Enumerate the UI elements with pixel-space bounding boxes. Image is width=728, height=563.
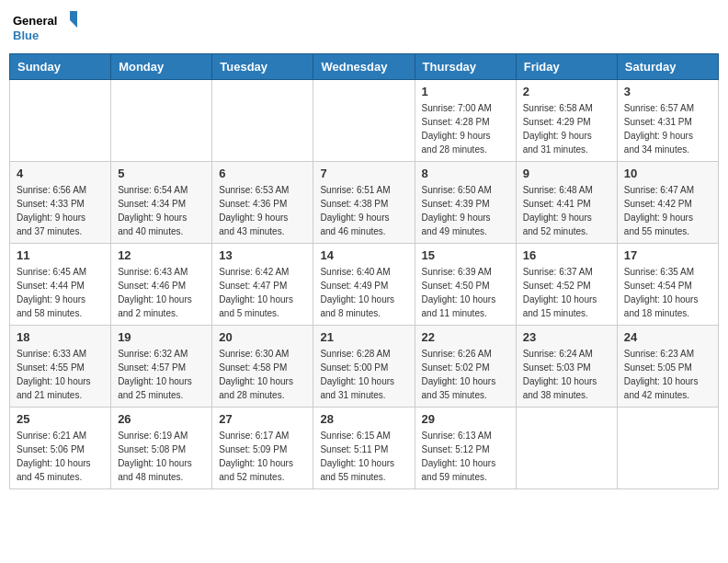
day-number: 27 (219, 412, 306, 426)
weekday-header-thursday: Thursday (415, 54, 516, 80)
calendar-week-1: 1Sunrise: 7:00 AM Sunset: 4:28 PM Daylig… (10, 80, 719, 162)
day-number: 11 (17, 248, 104, 262)
calendar-cell: 22Sunrise: 6:26 AM Sunset: 5:02 PM Dayli… (415, 326, 516, 408)
calendar-cell: 23Sunrise: 6:24 AM Sunset: 5:03 PM Dayli… (516, 326, 617, 408)
day-info: Sunrise: 6:23 AM Sunset: 5:05 PM Dayligh… (624, 347, 711, 402)
day-number: 15 (422, 248, 509, 262)
calendar-cell (212, 80, 313, 162)
day-info: Sunrise: 6:30 AM Sunset: 4:58 PM Dayligh… (219, 347, 306, 402)
weekday-header-row: SundayMondayTuesdayWednesdayThursdayFrid… (10, 54, 719, 80)
calendar-cell: 25Sunrise: 6:21 AM Sunset: 5:06 PM Dayli… (10, 408, 111, 489)
calendar-cell: 18Sunrise: 6:33 AM Sunset: 4:55 PM Dayli… (10, 326, 111, 408)
day-number: 12 (118, 248, 205, 262)
day-number: 28 (320, 412, 407, 426)
day-info: Sunrise: 6:26 AM Sunset: 5:02 PM Dayligh… (422, 347, 509, 402)
day-number: 2 (523, 85, 610, 98)
day-info: Sunrise: 7:00 AM Sunset: 4:28 PM Dayligh… (422, 101, 509, 156)
weekday-header-tuesday: Tuesday (212, 54, 313, 80)
day-info: Sunrise: 6:19 AM Sunset: 5:08 PM Dayligh… (118, 429, 205, 484)
svg-text:Blue: Blue (13, 29, 39, 42)
day-info: Sunrise: 6:24 AM Sunset: 5:03 PM Dayligh… (523, 347, 610, 402)
day-info: Sunrise: 6:50 AM Sunset: 4:39 PM Dayligh… (422, 183, 509, 238)
weekday-header-monday: Monday (111, 54, 212, 80)
calendar-week-4: 18Sunrise: 6:33 AM Sunset: 4:55 PM Dayli… (10, 326, 719, 408)
day-number: 19 (118, 330, 205, 344)
day-number: 24 (624, 330, 711, 344)
calendar-cell: 17Sunrise: 6:35 AM Sunset: 4:54 PM Dayli… (617, 244, 718, 326)
day-number: 10 (624, 167, 711, 180)
calendar-cell: 2Sunrise: 6:58 AM Sunset: 4:29 PM Daylig… (516, 80, 617, 162)
svg-marker-2 (70, 11, 77, 29)
day-info: Sunrise: 6:47 AM Sunset: 4:42 PM Dayligh… (624, 183, 711, 238)
calendar-cell: 7Sunrise: 6:51 AM Sunset: 4:38 PM Daylig… (313, 162, 415, 244)
page-header: General Blue (9, 9, 719, 46)
day-number: 17 (624, 248, 711, 262)
weekday-header-sunday: Sunday (10, 54, 111, 80)
calendar-cell: 4Sunrise: 6:56 AM Sunset: 4:33 PM Daylig… (10, 162, 111, 244)
calendar-cell (111, 80, 212, 162)
day-info: Sunrise: 6:43 AM Sunset: 4:46 PM Dayligh… (118, 265, 205, 320)
day-info: Sunrise: 6:28 AM Sunset: 5:00 PM Dayligh… (320, 347, 407, 402)
day-info: Sunrise: 6:56 AM Sunset: 4:33 PM Dayligh… (17, 183, 104, 238)
calendar-cell: 1Sunrise: 7:00 AM Sunset: 4:28 PM Daylig… (415, 80, 516, 162)
calendar-table: SundayMondayTuesdayWednesdayThursdayFrid… (9, 53, 719, 489)
day-number: 25 (17, 412, 104, 426)
calendar-cell: 11Sunrise: 6:45 AM Sunset: 4:44 PM Dayli… (10, 244, 111, 326)
day-info: Sunrise: 6:21 AM Sunset: 5:06 PM Dayligh… (17, 429, 104, 484)
day-number: 3 (624, 85, 711, 98)
logo-icon: General Blue (13, 9, 77, 46)
day-info: Sunrise: 6:35 AM Sunset: 4:54 PM Dayligh… (624, 265, 711, 320)
day-number: 18 (17, 330, 104, 344)
calendar-cell (516, 408, 617, 489)
day-number: 8 (422, 167, 509, 180)
day-number: 9 (523, 167, 610, 180)
weekday-header-friday: Friday (516, 54, 617, 80)
day-info: Sunrise: 6:53 AM Sunset: 4:36 PM Dayligh… (219, 183, 306, 238)
day-info: Sunrise: 6:40 AM Sunset: 4:49 PM Dayligh… (320, 265, 407, 320)
day-number: 21 (320, 330, 407, 344)
calendar-cell (617, 408, 718, 489)
day-info: Sunrise: 6:57 AM Sunset: 4:31 PM Dayligh… (624, 101, 711, 156)
day-number: 29 (422, 412, 509, 426)
calendar-cell: 15Sunrise: 6:39 AM Sunset: 4:50 PM Dayli… (415, 244, 516, 326)
day-number: 14 (320, 248, 407, 262)
svg-text:General: General (13, 14, 57, 28)
calendar-cell (10, 80, 111, 162)
calendar-cell: 9Sunrise: 6:48 AM Sunset: 4:41 PM Daylig… (516, 162, 617, 244)
day-info: Sunrise: 6:13 AM Sunset: 5:12 PM Dayligh… (422, 429, 509, 484)
calendar-cell: 24Sunrise: 6:23 AM Sunset: 5:05 PM Dayli… (617, 326, 718, 408)
calendar-cell: 29Sunrise: 6:13 AM Sunset: 5:12 PM Dayli… (415, 408, 516, 489)
calendar-week-3: 11Sunrise: 6:45 AM Sunset: 4:44 PM Dayli… (10, 244, 719, 326)
day-info: Sunrise: 6:32 AM Sunset: 4:57 PM Dayligh… (118, 347, 205, 402)
weekday-header-wednesday: Wednesday (313, 54, 415, 80)
calendar-cell: 16Sunrise: 6:37 AM Sunset: 4:52 PM Dayli… (516, 244, 617, 326)
day-number: 5 (118, 167, 205, 180)
day-info: Sunrise: 6:39 AM Sunset: 4:50 PM Dayligh… (422, 265, 509, 320)
calendar-cell: 6Sunrise: 6:53 AM Sunset: 4:36 PM Daylig… (212, 162, 313, 244)
calendar-cell: 26Sunrise: 6:19 AM Sunset: 5:08 PM Dayli… (111, 408, 212, 489)
day-number: 4 (17, 167, 104, 180)
calendar-cell: 8Sunrise: 6:50 AM Sunset: 4:39 PM Daylig… (415, 162, 516, 244)
day-number: 16 (523, 248, 610, 262)
day-info: Sunrise: 6:48 AM Sunset: 4:41 PM Dayligh… (523, 183, 610, 238)
calendar-week-2: 4Sunrise: 6:56 AM Sunset: 4:33 PM Daylig… (10, 162, 719, 244)
day-number: 23 (523, 330, 610, 344)
day-info: Sunrise: 6:54 AM Sunset: 4:34 PM Dayligh… (118, 183, 205, 238)
day-info: Sunrise: 6:45 AM Sunset: 4:44 PM Dayligh… (17, 265, 104, 320)
day-info: Sunrise: 6:37 AM Sunset: 4:52 PM Dayligh… (523, 265, 610, 320)
logo: General Blue (13, 9, 77, 46)
weekday-header-saturday: Saturday (617, 54, 718, 80)
day-info: Sunrise: 6:33 AM Sunset: 4:55 PM Dayligh… (17, 347, 104, 402)
day-number: 7 (320, 167, 407, 180)
calendar-cell: 3Sunrise: 6:57 AM Sunset: 4:31 PM Daylig… (617, 80, 718, 162)
calendar-week-5: 25Sunrise: 6:21 AM Sunset: 5:06 PM Dayli… (10, 408, 719, 489)
calendar-cell: 28Sunrise: 6:15 AM Sunset: 5:11 PM Dayli… (313, 408, 415, 489)
day-info: Sunrise: 6:15 AM Sunset: 5:11 PM Dayligh… (320, 429, 407, 484)
day-info: Sunrise: 6:58 AM Sunset: 4:29 PM Dayligh… (523, 101, 610, 156)
day-number: 1 (422, 85, 509, 98)
day-info: Sunrise: 6:42 AM Sunset: 4:47 PM Dayligh… (219, 265, 306, 320)
calendar-cell: 5Sunrise: 6:54 AM Sunset: 4:34 PM Daylig… (111, 162, 212, 244)
calendar-cell: 20Sunrise: 6:30 AM Sunset: 4:58 PM Dayli… (212, 326, 313, 408)
calendar-cell: 13Sunrise: 6:42 AM Sunset: 4:47 PM Dayli… (212, 244, 313, 326)
day-number: 20 (219, 330, 306, 344)
